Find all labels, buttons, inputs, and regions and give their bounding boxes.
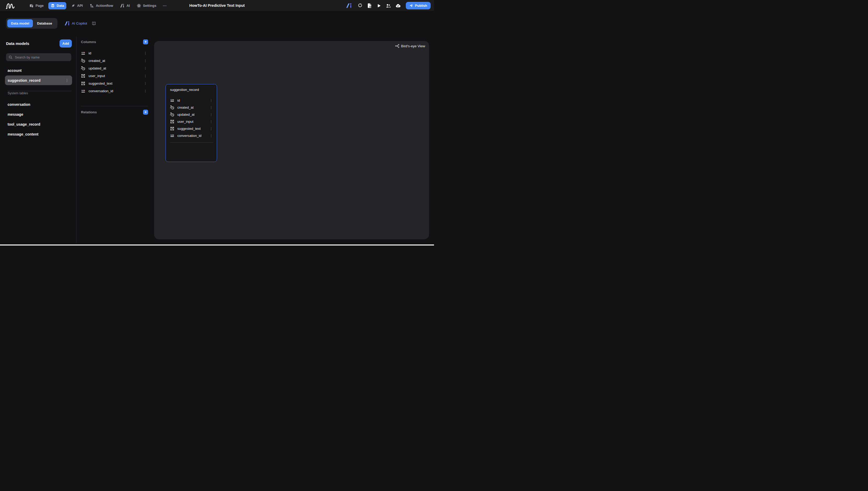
open-book-icon	[92, 22, 96, 26]
column-menu-icon[interactable]: ⋮	[143, 51, 148, 55]
field-menu-icon[interactable]: ⋮	[209, 134, 214, 138]
column-row-id[interactable]: 123 id ⋮	[77, 49, 154, 57]
nav-ai[interactable]: AI	[118, 2, 132, 9]
column-menu-icon[interactable]: ⋮	[143, 81, 148, 86]
nav-actionflow[interactable]: Actionflow	[88, 2, 115, 9]
network-share-icon	[395, 44, 399, 48]
nav-actionflow-label: Actionflow	[96, 4, 113, 7]
entity-card-divider	[170, 142, 213, 143]
sidebar-item-conversation[interactable]: conversation	[5, 100, 72, 108]
entity-card-suggestion-record[interactable]: suggestion_record 123 id ⋮	[166, 84, 217, 162]
app-window: Page Data API	[0, 0, 434, 246]
field-menu-icon[interactable]: ⋮	[209, 112, 214, 117]
actionflow-icon	[90, 4, 94, 8]
model-search[interactable]	[6, 53, 71, 61]
database-icon	[51, 4, 55, 8]
columns-heading: Columns	[81, 40, 96, 44]
number-type-icon: 123	[81, 52, 85, 55]
nav-ai-label: AI	[126, 4, 130, 7]
search-input[interactable]	[14, 55, 69, 60]
column-menu-icon[interactable]: ⋮	[143, 89, 148, 93]
number-type-icon: 123	[170, 134, 174, 137]
tab-data-model[interactable]: Data model	[7, 19, 33, 27]
number-type-icon: 123	[170, 99, 174, 102]
column-menu-icon[interactable]: ⋮	[143, 58, 148, 63]
preview-play-button[interactable]	[377, 4, 381, 8]
ai-logo-icon	[346, 3, 353, 8]
entity-field-updated-at[interactable]: updated_at ⋮	[166, 111, 217, 118]
view-toggle: Data model Database	[6, 18, 57, 29]
search-icon	[9, 55, 12, 59]
sidebar-item-message[interactable]: message	[5, 111, 72, 118]
nav-api-label: API	[77, 4, 83, 7]
column-row-suggested-text[interactable]: suggested_text ⋮	[77, 80, 154, 87]
columns-relations-divider	[81, 106, 148, 106]
file-settings-button[interactable]	[367, 3, 372, 8]
more-menu-button[interactable]: ⋯	[161, 3, 169, 8]
entity-field-id[interactable]: 123 id ⋮	[166, 97, 217, 104]
column-menu-icon[interactable]: ⋮	[143, 66, 148, 70]
sidebar-item-tool-usage-record[interactable]: tool_usage_record	[5, 120, 72, 128]
nav-data-label: Data	[57, 4, 64, 7]
send-icon	[409, 4, 413, 7]
entity-field-created-at[interactable]: created_at ⋮	[166, 104, 217, 111]
datetime-type-icon	[81, 58, 85, 63]
bottom-edge	[0, 244, 434, 246]
nav-data[interactable]: Data	[48, 2, 66, 9]
nav-settings-label: Settings	[143, 4, 156, 7]
column-row-conversation-id[interactable]: 123 conversation_id ⋮	[77, 87, 154, 95]
number-type-icon: 123	[81, 90, 85, 92]
publish-label: Publish	[415, 4, 427, 7]
data-models-sidebar: Data models Add account suggestion_recor…	[0, 36, 76, 244]
column-row-user-input[interactable]: user_input ⋮	[77, 72, 154, 80]
field-menu-icon[interactable]: ⋮	[209, 105, 214, 110]
nav-settings[interactable]: Settings	[134, 2, 158, 9]
text-type-icon	[81, 81, 85, 86]
tab-database[interactable]: Database	[33, 19, 56, 27]
history-refresh-button[interactable]	[358, 3, 362, 8]
field-menu-icon[interactable]: ⋮	[209, 119, 214, 124]
sidebar-item-message-content[interactable]: message_content	[5, 130, 72, 138]
refresh-sparkle-icon	[358, 3, 362, 8]
publish-button[interactable]: Publish	[406, 2, 430, 9]
system-tables-heading: System tables	[7, 91, 28, 95]
add-model-button[interactable]: Add	[60, 39, 72, 48]
entity-field-conversation-id[interactable]: 123 conversation_id ⋮	[166, 132, 217, 139]
entity-field-suggested-text[interactable]: suggested_text ⋮	[166, 125, 217, 132]
play-icon	[377, 4, 381, 8]
add-relation-button[interactable]: +	[143, 110, 148, 115]
ai-assistant-button[interactable]	[346, 3, 353, 8]
model-label: account	[7, 68, 22, 73]
topbar-actions: Publish	[346, 0, 430, 11]
topbar: Page Data API	[0, 0, 434, 11]
gear-icon	[137, 4, 141, 8]
field-menu-icon[interactable]: ⋮	[209, 98, 214, 103]
column-row-created-at[interactable]: created_at ⋮	[77, 57, 154, 64]
ai-nav-icon	[120, 4, 125, 7]
cloud-sync-button[interactable]	[396, 4, 401, 7]
collaborators-button[interactable]	[386, 4, 391, 8]
add-column-button[interactable]: +	[143, 39, 148, 45]
column-row-updated-at[interactable]: updated_at ⋮	[77, 64, 154, 72]
api-plug-icon	[71, 4, 75, 8]
column-menu-icon[interactable]: ⋮	[143, 74, 148, 78]
sidebar-item-suggestion-record[interactable]: suggestion_record ⋮	[5, 76, 72, 85]
entity-field-user-input[interactable]: user_input ⋮	[166, 118, 217, 125]
entity-title: suggestion_record	[170, 88, 199, 92]
page-icon	[30, 4, 34, 8]
relations-heading: Relations	[81, 110, 97, 114]
data-model-canvas[interactable]: Bird's-eye View suggestion_record 123 id…	[154, 41, 429, 239]
nav-page[interactable]: Page	[27, 2, 46, 9]
birdseye-view-button[interactable]: Bird's-eye View	[395, 44, 425, 48]
project-title: HowTo-AI Predictive Text Input	[189, 0, 245, 11]
model-menu-icon[interactable]: ⋮	[64, 78, 69, 83]
docs-book-button[interactable]	[92, 18, 96, 29]
users-icon	[386, 4, 391, 8]
sidebar-item-account[interactable]: account	[5, 66, 72, 74]
text-type-icon	[170, 126, 174, 131]
file-gear-icon	[367, 3, 372, 8]
field-menu-icon[interactable]: ⋮	[209, 126, 214, 131]
nav-api[interactable]: API	[69, 2, 85, 9]
momen-logo[interactable]	[5, 2, 16, 10]
ai-copilot-button[interactable]: AI Copilot	[64, 18, 87, 29]
